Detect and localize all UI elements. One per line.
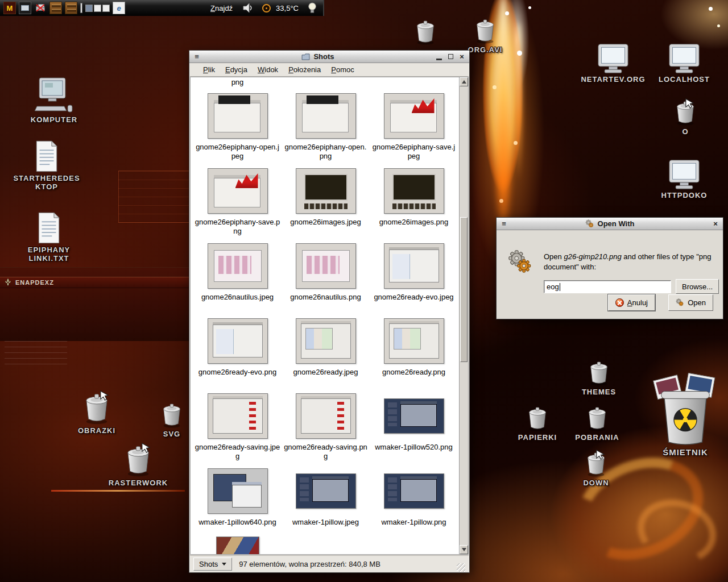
window-menu-button[interactable]: ≡ [498,219,510,229]
panel-handle[interactable] [80,3,82,13]
shots-titlebar[interactable]: ≡ Shots × [189,51,469,63]
desktop-icon[interactable]: ORG.AVI [451,18,519,55]
desktop-icon[interactable]: HTTPDOKO [650,158,718,200]
drawer-launcher-1[interactable] [49,2,62,14]
location-label: Shots [199,560,218,568]
file-item-partial-bottom[interactable] [193,537,282,555]
file-item[interactable]: gnome26epiphany-open.png [282,90,370,165]
dialog-titlebar[interactable]: ≡ Open With [497,218,723,230]
find-button[interactable]: Znajdź [210,4,233,13]
desktop-icon[interactable]: RASTERWORK [104,444,172,488]
close-button[interactable]: × [710,219,721,229]
scrollbar-thumb[interactable] [460,217,468,362]
thumbnail-image [208,468,268,514]
desktop-icon-label: THEMES [582,388,616,397]
window-menu-button[interactable]: ≡ [191,52,202,62]
file-thumbnail [208,90,268,142]
minimize-icon [436,59,442,60]
shortcut-arrow-icon [595,449,606,460]
resize-grip[interactable] [457,563,465,572]
epiphany-launcher[interactable]: e [113,2,125,14]
wallpaper-accent-line [51,490,185,492]
file-item[interactable]: gnome26ready.png [370,315,458,390]
lightbulb-icon[interactable] [307,2,317,14]
file-item[interactable]: gnome26ready-evo.png [193,315,282,390]
menu-item[interactable]: Położenia [283,64,326,76]
file-thumbnail [384,165,444,217]
browse-button[interactable]: Browse... [676,279,719,294]
file-name: gnome26epiphany-save.jpeg [371,143,457,161]
desktop-icon[interactable]: NETARTEV.ORG [579,42,647,84]
file-item[interactable]: wmaker-1pillow.jpeg [282,465,370,540]
minimize-button[interactable] [433,52,445,62]
file-item-partial-top[interactable]: png [193,78,282,86]
desktop-icon[interactable]: O [651,100,719,136]
m-app-launcher[interactable]: M [3,2,16,14]
desktop-icon-image [583,451,609,477]
file-item[interactable]: gnome26ready-evo.jpeg [370,240,458,315]
menu-item[interactable]: Edycja [220,64,253,76]
desktop-icon-label: KOMPUTER [31,116,77,124]
file-name: wmaker-1pillow640.png [195,518,280,527]
desktop-icon[interactable]: PAPIERKI [503,406,572,442]
file-item[interactable]: wmaker-1pillow640.png [193,465,282,540]
desktop-icon-image [35,211,63,244]
menu-item[interactable]: Widok [253,64,283,76]
printer-launcher[interactable] [34,2,47,14]
temperature-readout: 33,5°C [276,4,299,13]
file-item[interactable]: gnome26epiphany-save.png [193,165,282,240]
desktop-icon[interactable]: THEMES [565,360,633,397]
file-name: gnome26nautilus.png [283,293,369,302]
thumbnail-image [384,243,444,289]
workspace-pager[interactable] [85,5,110,12]
workspace-2[interactable] [94,5,101,12]
file-name: gnome26ready.jpeg [283,368,369,377]
desktop-icon[interactable]: ŚMIETNIK [646,373,725,457]
file-item[interactable]: gnome26ready-saving.jpeg [193,390,282,465]
vertical-scrollbar[interactable] [459,77,468,554]
desktop-icon[interactable]: EPIPHANY LINKI.TXT [15,211,83,263]
desktop-icon[interactable]: LOCALHOST [650,42,718,84]
file-item[interactable]: gnome26epiphany-save.jpeg [370,90,458,165]
monitor-icon [667,42,701,74]
desktop-icon[interactable]: DOWN [562,451,630,488]
shaded-window-titlebar[interactable]: ENAPDEXZ [0,277,189,288]
desktop-icon[interactable] [391,19,460,47]
gears-icon [676,298,684,307]
screen-launcher[interactable] [19,2,31,14]
open-button[interactable]: Open [668,294,713,311]
app-command-input[interactable]: eog [544,280,671,293]
open-with-dialog: ≡ Open With [496,217,723,319]
file-item[interactable]: gnome26images.jpeg [282,165,370,240]
desktop-icon[interactable]: POBRANIA [563,406,631,442]
location-dropdown-button[interactable]: Shots [193,558,232,571]
file-item[interactable]: wmaker-1pillow.png [370,465,458,540]
desktop-icon-image [412,19,439,45]
menu-item[interactable]: Pomoc [326,64,359,76]
desktop-icon-label: PAPIERKI [518,434,557,442]
volume-icon[interactable] [242,2,254,14]
file-item[interactable]: gnome26nautilus.png [282,240,370,315]
desktop-icon[interactable]: KOMPUTER [20,77,88,124]
file-item[interactable]: gnome26nautilus.jpeg [193,240,282,315]
file-item[interactable]: gnome26ready.jpeg [282,315,370,390]
file-item[interactable]: gnome26images.png [370,165,458,240]
computer-icon [33,77,75,114]
cancel-button[interactable]: Anuluj [608,294,655,311]
scroll-down-button[interactable] [460,545,468,554]
desktop-icon[interactable]: STARTHEREDES KTOP [13,140,81,192]
file-view: png gnome26epiphany-open.jpeg gnome26epi… [190,77,469,555]
desktop-icon[interactable]: OBRAZKI [63,392,131,435]
file-item[interactable]: gnome26ready-saving.png [282,390,370,465]
shortcut-arrow-icon [140,442,151,453]
scroll-up-button[interactable] [460,77,468,86]
bucket-icon [159,402,185,429]
file-item[interactable]: wmaker-1pillow520.png [370,390,458,465]
workspace-1[interactable] [85,5,93,12]
workspace-3[interactable] [102,5,110,12]
close-button[interactable]: × [456,52,468,62]
file-item[interactable]: gnome26epiphany-open.jpeg [193,90,282,165]
clock-icon[interactable] [262,4,271,13]
drawer-launcher-2[interactable] [65,2,77,14]
menu-item[interactable]: Plik [198,64,220,76]
